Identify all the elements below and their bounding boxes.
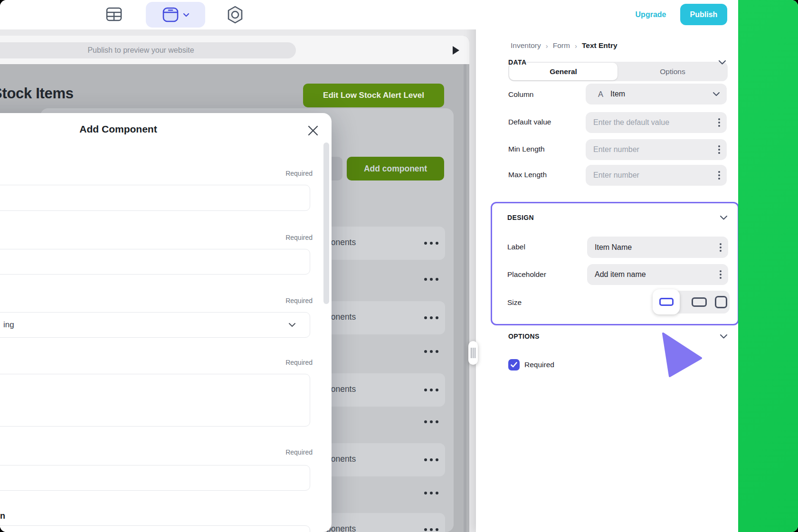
panel-resize-handle[interactable] (468, 341, 478, 365)
label-field-label: Label (507, 243, 525, 251)
inspector-tabs: General Options (508, 62, 728, 81)
options-section-header: OPTIONS (508, 332, 540, 340)
close-icon[interactable] (307, 124, 319, 137)
layout-mode-button[interactable] (146, 2, 205, 28)
play-icon[interactable] (452, 46, 460, 55)
modal-scrollbar-thumb[interactable] (323, 142, 329, 304)
text-type-icon: A (598, 90, 603, 99)
placeholder-field-label: Placeholder (507, 270, 546, 279)
more-horizontal-icon[interactable] (424, 458, 438, 461)
address-bar-text: Publish to preview your website (87, 46, 194, 55)
layout-icon (162, 7, 179, 23)
default-value-field-label: Default value (508, 118, 551, 126)
more-horizontal-icon[interactable] (424, 492, 438, 494)
required-hint: Required (256, 297, 313, 304)
modal-section-label-fragment: n (0, 511, 5, 521)
small-size-icon (659, 298, 674, 306)
default-value-placeholder: Enter the default value (593, 118, 669, 127)
kebab-menu-icon[interactable] (718, 118, 720, 127)
chevron-down-icon (712, 92, 720, 96)
size-option-large[interactable] (715, 296, 727, 308)
min-length-placeholder: Enter number (593, 145, 639, 154)
more-horizontal-icon[interactable] (424, 350, 438, 353)
chevron-down-icon[interactable] (720, 334, 728, 339)
more-horizontal-icon[interactable] (424, 278, 438, 281)
breadcrumb-form[interactable]: Form (553, 41, 570, 50)
more-horizontal-icon[interactable] (424, 242, 438, 245)
data-table-icon[interactable] (105, 7, 123, 22)
max-length-field-label: Max Length (508, 171, 547, 179)
breadcrumb-separator: › (546, 42, 548, 50)
data-section-header: DATA (508, 58, 526, 66)
modal-text-field[interactable] (0, 465, 310, 491)
kebab-menu-icon[interactable] (718, 145, 720, 154)
app-window: Publish to preview your website Stock It… (0, 0, 798, 532)
label-value: Item Name (595, 243, 632, 252)
checkmark-icon (510, 361, 518, 368)
more-horizontal-icon[interactable] (424, 420, 438, 423)
required-hint: Required (256, 448, 313, 456)
tab-options[interactable]: Options (618, 62, 727, 81)
design-section-highlight: DESIGN Label Item Name Placeholder Add i… (491, 202, 739, 325)
min-length-input[interactable]: Enter number (586, 139, 727, 160)
chevron-down-icon[interactable] (718, 60, 726, 65)
page-title: Stock Items (0, 85, 74, 102)
modal-text-field[interactable] (0, 185, 310, 211)
inspector-panel: Inventory › Form › Text Entry General Op… (476, 0, 738, 532)
size-segmented-control (653, 289, 730, 314)
required-hint: Required (256, 234, 313, 241)
default-value-input[interactable]: Enter the default value (586, 112, 727, 133)
max-length-placeholder: Enter number (593, 171, 639, 180)
modal-text-field[interactable] (0, 525, 310, 532)
modal-select-field[interactable]: ing (0, 312, 310, 338)
placeholder-value: Add item name (595, 270, 646, 279)
publish-button[interactable]: Publish (680, 4, 727, 25)
modal-textarea-field[interactable] (0, 374, 310, 427)
more-horizontal-icon[interactable] (424, 389, 438, 391)
size-option-medium[interactable] (692, 297, 707, 307)
column-field-label: Column (508, 90, 533, 99)
required-checkbox[interactable] (508, 359, 520, 370)
pointer-cursor-icon (658, 328, 711, 385)
breadcrumb: Inventory › Form › Text Entry (511, 40, 618, 51)
select-value-fragment: ing (3, 320, 14, 330)
design-section-header: DESIGN (507, 214, 534, 221)
top-toolbar: Upgrade Publish (0, 0, 738, 29)
chevron-down-icon (288, 323, 296, 327)
placeholder-input[interactable]: Add item name (587, 264, 728, 285)
min-length-field-label: Min Length (508, 145, 545, 153)
more-horizontal-icon[interactable] (424, 316, 438, 319)
required-hint: Required (256, 359, 313, 366)
modal-text-field[interactable] (0, 249, 310, 275)
required-hint: Required (256, 170, 313, 177)
label-input[interactable]: Item Name (587, 237, 728, 258)
breadcrumb-inventory[interactable]: Inventory (511, 41, 541, 50)
required-checkbox-label: Required (524, 361, 554, 369)
modal-title: Add Component (0, 124, 332, 135)
more-horizontal-icon[interactable] (424, 528, 438, 531)
breadcrumb-current: Text Entry (582, 41, 618, 50)
column-select[interactable]: A Item (586, 84, 727, 104)
column-value: Item (610, 90, 625, 98)
size-field-label: Size (507, 298, 522, 307)
size-option-small-selected[interactable] (653, 289, 680, 314)
upgrade-link[interactable]: Upgrade (626, 0, 675, 29)
preview-address-bar[interactable]: Publish to preview your website (0, 42, 296, 58)
kebab-menu-icon[interactable] (718, 171, 720, 180)
add-component-modal: Add Component Required Required Required… (0, 113, 332, 532)
settings-icon[interactable] (226, 5, 244, 24)
green-backdrop (738, 0, 798, 532)
preview-scrollbar-track[interactable] (464, 64, 466, 532)
breadcrumb-separator: › (575, 42, 577, 50)
preview-browser-chrome: Publish to preview your website (0, 36, 469, 64)
chevron-down-icon[interactable] (720, 215, 728, 220)
max-length-input[interactable]: Enter number (586, 165, 727, 186)
kebab-menu-icon[interactable] (720, 243, 722, 252)
add-component-button[interactable]: Add component (347, 157, 444, 180)
edit-low-stock-alert-button[interactable]: Edit Low Stock Alert Level (303, 84, 444, 107)
chevron-down-icon (183, 13, 190, 17)
kebab-menu-icon[interactable] (720, 270, 722, 279)
